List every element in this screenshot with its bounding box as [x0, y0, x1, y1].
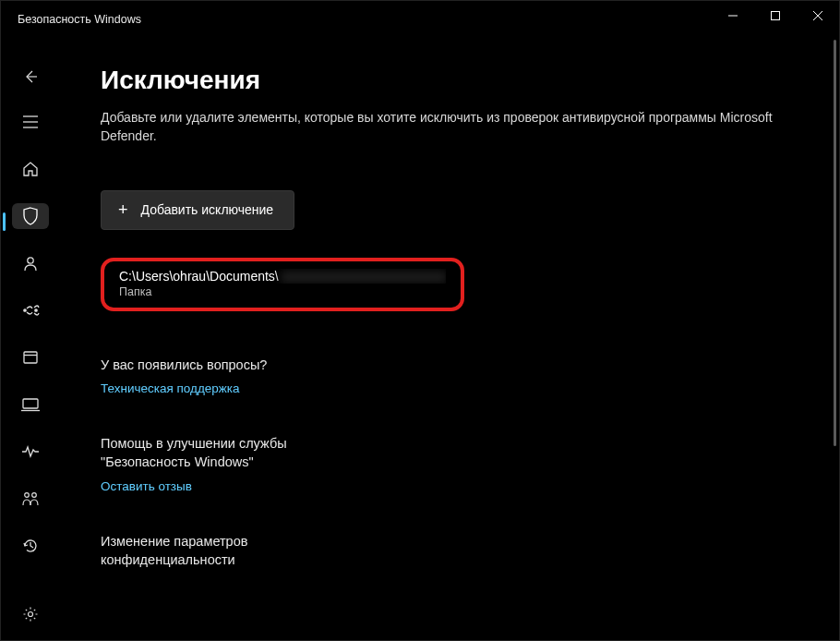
svg-point-17: [29, 612, 33, 617]
window-title: Безопасность Windows: [18, 13, 141, 26]
scrollbar-thumb[interactable]: [834, 40, 836, 446]
shield-icon[interactable]: [12, 203, 49, 229]
home-icon[interactable]: [12, 156, 49, 182]
svg-point-10: [35, 309, 37, 311]
svg-rect-11: [24, 352, 37, 363]
scrollbar[interactable]: [832, 40, 837, 633]
page-title: Исключения: [101, 66, 839, 95]
main-content: Исключения Добавьте или удалите элементы…: [60, 38, 839, 640]
svg-point-16: [32, 493, 37, 498]
improve-link[interactable]: Оставить отзыв: [101, 479, 839, 493]
improve-section: Помощь в улучшении службы "Безопасность …: [101, 434, 839, 493]
help-section: У вас появились вопросы? Техническая под…: [101, 356, 839, 395]
svg-rect-13: [23, 399, 38, 408]
back-button[interactable]: [12, 64, 49, 90]
svg-point-8: [28, 258, 33, 263]
titlebar: Безопасность Windows: [1, 1, 839, 38]
add-exclusion-button[interactable]: + Добавить исключение: [101, 190, 294, 230]
help-title: У вас появились вопросы?: [101, 356, 322, 374]
menu-icon[interactable]: [12, 109, 49, 135]
exclusion-path-text: C:\Users\ohrau\Documents\: [119, 269, 279, 284]
sidebar: [1, 38, 60, 640]
page-description: Добавьте или удалите элементы, которые в…: [101, 108, 821, 146]
exclusion-path: C:\Users\ohrau\Documents\: [119, 269, 446, 284]
maximize-button[interactable]: [754, 1, 797, 30]
svg-point-15: [25, 493, 30, 498]
improve-title: Помощь в улучшении службы "Безопасность …: [101, 434, 322, 472]
device-icon[interactable]: [12, 392, 49, 417]
account-icon[interactable]: [12, 250, 49, 276]
performance-icon[interactable]: [12, 439, 49, 465]
close-button[interactable]: [797, 1, 839, 30]
exclusion-path-redacted: [281, 271, 446, 284]
svg-rect-1: [772, 12, 780, 20]
firewall-icon[interactable]: [12, 297, 49, 323]
minimize-button[interactable]: [712, 1, 754, 30]
help-link[interactable]: Техническая поддержка: [101, 381, 839, 395]
add-exclusion-label: Добавить исключение: [141, 202, 274, 217]
family-icon[interactable]: [12, 486, 49, 512]
plus-icon: +: [118, 200, 128, 220]
window-controls: [712, 1, 839, 38]
svg-point-9: [24, 309, 26, 311]
exclusion-item[interactable]: C:\Users\ohrau\Documents\ Папка: [101, 258, 464, 311]
privacy-section: Изменение параметров конфиденциальности: [101, 532, 839, 570]
privacy-title: Изменение параметров конфиденциальности: [101, 532, 322, 570]
settings-icon[interactable]: [12, 601, 49, 627]
exclusion-type: Папка: [119, 285, 446, 298]
app-control-icon[interactable]: [12, 345, 49, 370]
history-icon[interactable]: [12, 533, 49, 559]
